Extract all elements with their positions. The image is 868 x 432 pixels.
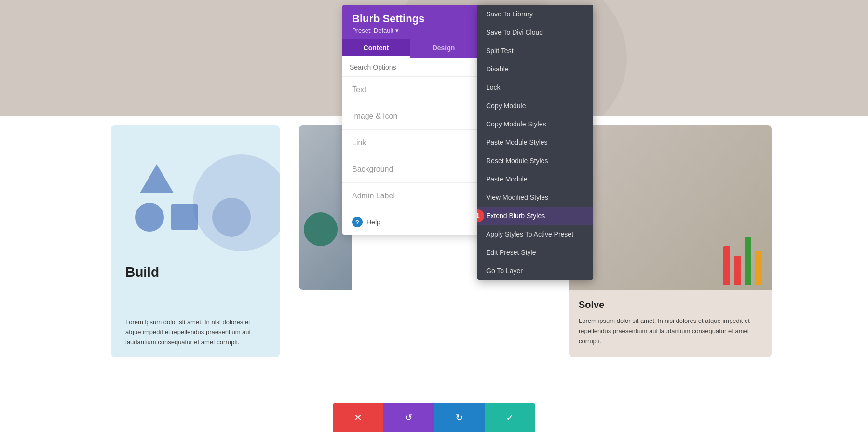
undo-button[interactable]: ↺ (383, 403, 434, 432)
section-link-label: Link (352, 139, 366, 147)
card-solve: Solve Lorem ipsum dolor sit amet. In nis… (569, 125, 772, 357)
cancel-icon: ✕ (354, 412, 362, 423)
menu-item-reset-module-styles[interactable]: Reset Module Styles (477, 152, 593, 170)
card-sticks (723, 237, 762, 285)
menu-item-extend-blurb-styles-wrapper: 1 Extend Blurb Styles (477, 207, 593, 225)
card-mid-circle (304, 212, 338, 246)
menu-item-view-modified-styles[interactable]: View Modified Styles (477, 188, 593, 207)
card-solve-text: Lorem ipsum dolor sit amet. In nisi dolo… (579, 316, 762, 346)
section-background-label: Background (352, 165, 393, 173)
section-text-label: Text (352, 85, 366, 94)
card-build-title: Build (125, 265, 159, 280)
menu-item-lock[interactable]: Lock (477, 78, 593, 97)
bottom-action-bar: ✕ ↺ ↻ ✓ (333, 403, 535, 432)
card-rect (171, 204, 198, 230)
section-admin-label-label: Admin Label (352, 192, 395, 200)
undo-icon: ↺ (405, 412, 413, 423)
redo-icon: ↻ (455, 412, 463, 423)
card-right-content: Solve Lorem ipsum dolor sit amet. In nis… (569, 290, 772, 353)
menu-item-edit-preset-style[interactable]: Edit Preset Style (477, 243, 593, 262)
help-label: Help (366, 218, 380, 226)
stick-4 (755, 251, 762, 285)
card-right-image (569, 125, 772, 290)
menu-item-go-to-layer[interactable]: Go To Layer (477, 262, 593, 280)
menu-item-disable[interactable]: Disable (477, 60, 593, 78)
menu-item-apply-styles-to-active-preset[interactable]: Apply Styles To Active Preset (477, 225, 593, 243)
help-icon: ? (352, 217, 363, 227)
tab-content[interactable]: Content (342, 39, 410, 58)
card-build-text: Lorem ipsum dolor sit amet. In nisi dolo… (125, 318, 260, 348)
menu-item-extend-blurb-styles[interactable]: Extend Blurb Styles (477, 207, 593, 225)
preset-label: Preset: Default (352, 27, 393, 34)
menu-item-copy-module-styles[interactable]: Copy Module Styles (477, 115, 593, 133)
section-image-icon-label: Image & Icon (352, 112, 397, 120)
stick-3 (745, 237, 751, 285)
card-build: Build Lorem ipsum dolor sit amet. In nis… (111, 125, 280, 357)
stick-1 (723, 246, 730, 285)
cancel-button[interactable]: ✕ (333, 403, 383, 432)
menu-item-split-test[interactable]: Split Test (477, 42, 593, 60)
card-solve-title: Solve (579, 297, 762, 312)
preset-arrow-icon: ▾ (395, 27, 399, 34)
card-triangle (140, 164, 174, 193)
menu-item-paste-module-styles[interactable]: Paste Module Styles (477, 133, 593, 152)
redo-button[interactable]: ↻ (434, 403, 485, 432)
save-icon: ✓ (506, 412, 514, 423)
menu-item-paste-module[interactable]: Paste Module (477, 170, 593, 188)
stick-2 (734, 256, 741, 285)
menu-item-copy-module[interactable]: Copy Module (477, 97, 593, 115)
menu-item-save-to-library[interactable]: Save To Library (477, 5, 593, 23)
card-circle-med (135, 203, 164, 232)
context-menu: Save To Library Save To Divi Cloud Split… (477, 5, 593, 280)
menu-item-save-to-divi-cloud[interactable]: Save To Divi Cloud (477, 23, 593, 42)
tab-design[interactable]: Design (410, 39, 477, 58)
save-button[interactable]: ✓ (485, 403, 535, 432)
card-circle-small (212, 198, 251, 237)
